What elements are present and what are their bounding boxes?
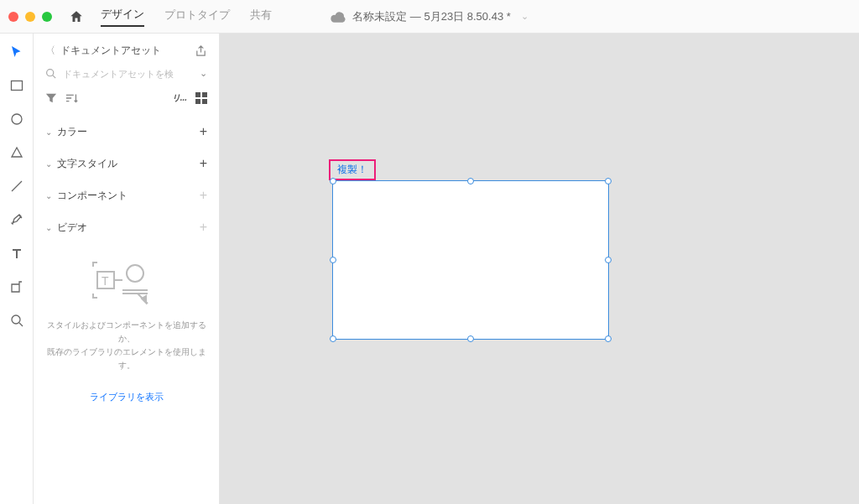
- rectangle-tool[interactable]: [8, 77, 25, 94]
- topbar: デザイン プロトタイプ 共有 名称未設定 ― 5月23日 8.50.43 * ⌄: [0, 0, 859, 34]
- grid-view-toggle[interactable]: [195, 92, 207, 104]
- svg-rect-4: [195, 92, 200, 97]
- pen-tool[interactable]: [8, 211, 25, 228]
- artboard[interactable]: [332, 180, 609, 340]
- left-toolbar: [0, 34, 34, 504]
- section-label: ビデオ: [57, 221, 87, 235]
- resize-handle-tl[interactable]: [330, 178, 336, 184]
- section-components[interactable]: ⌄コンポーネント +: [45, 179, 207, 211]
- tab-prototype[interactable]: プロトタイプ: [164, 8, 230, 26]
- chevron-down-icon[interactable]: ⌄: [200, 68, 207, 79]
- mode-tabs: デザイン プロトタイプ 共有: [101, 7, 272, 27]
- svg-rect-0: [11, 81, 22, 91]
- add-color-button[interactable]: +: [200, 124, 207, 139]
- document-title[interactable]: 名称未設定 ― 5月23日 8.50.43 * ⌄: [331, 9, 528, 24]
- svg-text:T: T: [102, 274, 109, 288]
- artboard-tool[interactable]: [8, 278, 25, 295]
- polygon-tool[interactable]: [8, 144, 25, 161]
- empty-state-illustration: T: [89, 258, 164, 309]
- empty-state-text: スタイルおよびコンポーネントを追加するか、 既存のライブラリのエレメントを使用し…: [45, 319, 207, 372]
- resize-handle-t[interactable]: [467, 178, 474, 184]
- svg-point-3: [47, 70, 54, 76]
- search-row: ⌄: [45, 68, 207, 79]
- window-controls: [8, 12, 52, 22]
- caret-icon: ⌄: [45, 191, 52, 200]
- select-tool[interactable]: [8, 44, 25, 60]
- panel-title: ドキュメントアセット: [60, 44, 161, 58]
- add-component-button[interactable]: +: [200, 188, 207, 203]
- canvas[interactable]: 複製！: [220, 34, 859, 504]
- minimize-window-button[interactable]: [25, 12, 35, 22]
- artboard-name-label[interactable]: 複製！: [329, 159, 376, 180]
- section-label: 文字スタイル: [57, 157, 117, 171]
- maximize-window-button[interactable]: [42, 12, 52, 22]
- zoom-tool[interactable]: [8, 312, 25, 329]
- resize-handle-bl[interactable]: [330, 335, 336, 342]
- panel-back-button[interactable]: 〈 ドキュメントアセット: [45, 44, 161, 58]
- svg-rect-5: [202, 92, 207, 97]
- search-icon: [45, 68, 56, 79]
- resize-handle-r[interactable]: [605, 257, 612, 263]
- tab-design[interactable]: デザイン: [101, 7, 144, 27]
- show-libraries-link[interactable]: ライブラリを表示: [45, 391, 207, 403]
- caret-icon: ⌄: [45, 159, 52, 169]
- filter-icon[interactable]: [45, 92, 57, 104]
- svg-rect-7: [202, 99, 207, 104]
- section-text-styles[interactable]: ⌄文字スタイル +: [45, 148, 207, 179]
- section-video[interactable]: ⌄ビデオ +: [45, 211, 207, 243]
- home-icon[interactable]: [69, 9, 84, 24]
- resize-handle-br[interactable]: [605, 335, 612, 342]
- svg-point-10: [127, 265, 143, 282]
- chevron-down-icon: ⌄: [521, 11, 528, 22]
- sort-icon[interactable]: [65, 92, 79, 104]
- add-text-style-button[interactable]: +: [200, 156, 207, 171]
- section-label: カラー: [57, 125, 87, 139]
- publish-icon[interactable]: [195, 44, 207, 57]
- svg-point-1: [12, 114, 22, 124]
- caret-icon: ⌄: [45, 223, 52, 232]
- ellipse-tool[interactable]: [8, 111, 25, 127]
- resize-handle-l[interactable]: [330, 257, 336, 263]
- svg-point-2: [12, 315, 20, 324]
- resize-handle-b[interactable]: [467, 335, 474, 342]
- caret-icon: ⌄: [45, 127, 52, 137]
- chevron-left-icon: 〈: [45, 44, 55, 58]
- section-colors[interactable]: ⌄カラー +: [45, 116, 207, 148]
- svg-rect-6: [195, 99, 200, 104]
- tab-share[interactable]: 共有: [250, 8, 272, 26]
- text-tool[interactable]: [8, 245, 25, 262]
- add-video-button[interactable]: +: [200, 220, 207, 235]
- search-input[interactable]: [63, 69, 193, 79]
- close-window-button[interactable]: [8, 12, 18, 22]
- resize-handle-tr[interactable]: [605, 178, 612, 184]
- cloud-icon: [331, 11, 346, 23]
- list-view-toggle[interactable]: リ...: [172, 92, 187, 104]
- section-label: コンポーネント: [57, 189, 128, 203]
- document-title-text: 名称未設定 ― 5月23日 8.50.43 *: [352, 9, 511, 24]
- line-tool[interactable]: [8, 178, 25, 195]
- assets-panel: 〈 ドキュメントアセット ⌄ リ.: [34, 34, 220, 504]
